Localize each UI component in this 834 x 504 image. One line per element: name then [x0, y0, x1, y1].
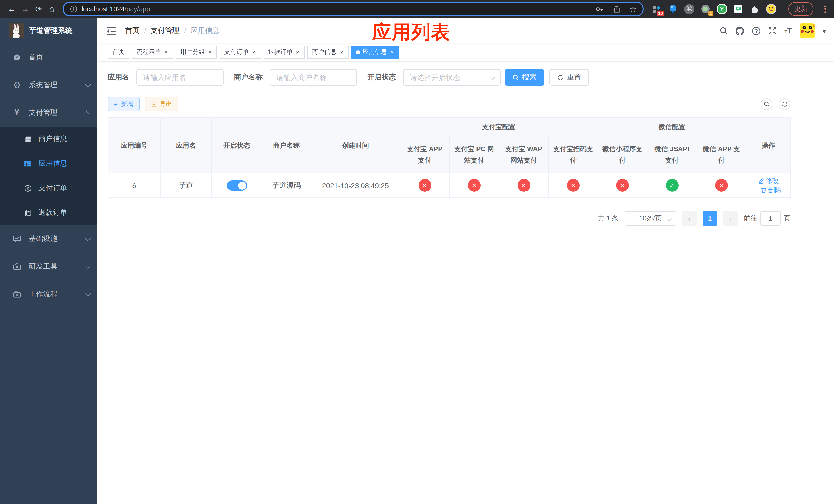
sidebar-item-label: 退款订单 — [39, 208, 67, 217]
search-form: 应用名 商户名称 开启状态 搜索 — [108, 69, 824, 86]
avatar-caret-icon[interactable] — [823, 27, 826, 35]
status-select[interactable] — [403, 69, 501, 86]
close-icon[interactable] — [390, 49, 394, 54]
sidebar-submenu-payment: 商户信息 应用信息 ¥ 支付订单 — [0, 127, 97, 225]
tab-merchant-info[interactable]: 商户信息 — [307, 45, 349, 59]
profile-avatar-icon[interactable] — [766, 4, 776, 14]
screen-root: localhost:1024/pay/app 10 — [0, 0, 834, 504]
cell-merchant: 芋道源码 — [262, 173, 311, 198]
export-button[interactable]: 导出 — [145, 97, 178, 111]
sidebar-item-merchant-info[interactable]: 商户信息 — [0, 127, 97, 151]
extension-vault-icon[interactable]: 10 — [651, 4, 662, 14]
sidebar-item-system[interactable]: 系统管理 — [0, 71, 97, 99]
extension-recorder-icon[interactable]: 1 — [700, 4, 711, 14]
browser-update-button[interactable]: 更新 — [788, 2, 813, 16]
goto-label: 前往 — [744, 214, 757, 223]
sidebar-item-infrastructure[interactable]: 基础设施 — [0, 225, 97, 253]
show-search-button[interactable] — [761, 98, 772, 110]
col-header-app-id: 应用编号 — [108, 118, 160, 173]
close-icon[interactable] — [251, 49, 256, 54]
merchant-name-label: 商户名称 — [234, 73, 263, 82]
tab-pay-order[interactable]: 支付订单 — [220, 45, 261, 59]
sidebar-item-label: 首页 — [29, 53, 43, 62]
top-navbar: 首页 支付管理 应用信息 ? — [97, 18, 834, 44]
col-header-alipay-app: 支付宝 APP 支付 — [400, 136, 449, 173]
help-icon[interactable]: ? — [752, 26, 761, 35]
github-icon[interactable] — [736, 26, 745, 35]
reset-button[interactable]: 重置 — [549, 69, 589, 86]
page-1-button[interactable]: 1 — [703, 211, 717, 226]
sidebar-collapse-icon[interactable] — [106, 25, 117, 37]
extension-chat-icon[interactable] — [733, 4, 744, 14]
close-icon[interactable] — [295, 49, 300, 54]
col-header-merchant: 商户名称 — [262, 118, 311, 173]
password-key-icon[interactable] — [595, 5, 603, 13]
browser-back-icon[interactable] — [5, 4, 19, 14]
font-size-icon[interactable] — [785, 27, 792, 35]
wechat-app-status-icon — [715, 179, 728, 192]
refresh-icon — [782, 101, 788, 107]
wechat-mini-status-icon — [616, 179, 629, 192]
extension-gem-icon[interactable] — [667, 4, 678, 14]
goto-page-input[interactable] — [760, 211, 781, 226]
sidebar-item-dev-tools[interactable]: 研发工具 — [0, 253, 97, 280]
sidebar-menu: 首页 系统管理 支付管理 商户信息 — [0, 44, 97, 308]
close-icon[interactable] — [163, 49, 169, 54]
refresh-table-button[interactable] — [778, 98, 790, 110]
search-button[interactable]: 搜索 — [505, 69, 544, 86]
tab-user-group[interactable]: 用户分组 — [176, 45, 217, 59]
site-info-icon[interactable] — [70, 5, 78, 13]
next-page-button[interactable] — [723, 211, 738, 226]
address-bar[interactable]: localhost:1024/pay/app — [63, 2, 644, 17]
status-select-input[interactable] — [403, 69, 501, 86]
browser-home-icon[interactable] — [45, 4, 59, 14]
user-avatar[interactable] — [799, 23, 815, 39]
tab-app-info[interactable]: 应用信息 — [351, 45, 399, 59]
browser-forward-icon[interactable] — [19, 4, 32, 14]
app-name-input[interactable] — [136, 69, 224, 86]
merchant-name-input[interactable] — [270, 69, 357, 86]
logo-rabbit-image — [9, 23, 24, 39]
browser-menu-icon[interactable] — [824, 5, 826, 13]
dashboard-icon — [12, 53, 22, 62]
browser-toolbar: localhost:1024/pay/app 10 — [0, 0, 834, 18]
share-icon[interactable] — [613, 5, 620, 13]
breadcrumb-home[interactable]: 首页 — [125, 26, 139, 36]
breadcrumb-payment[interactable]: 支付管理 — [151, 26, 179, 36]
search-icon[interactable] — [720, 27, 728, 35]
browser-reload-icon[interactable] — [32, 4, 45, 14]
sidebar-item-refund-order[interactable]: 退款订单 — [0, 201, 97, 225]
tab-refund-order[interactable]: 退款订单 — [263, 45, 305, 59]
edit-button[interactable]: 修改 — [758, 176, 779, 185]
chevron-down-icon — [85, 235, 91, 241]
sidebar-item-home[interactable]: 首页 — [0, 44, 97, 71]
fullscreen-icon[interactable] — [769, 27, 777, 35]
extension-command-icon[interactable] — [684, 4, 695, 14]
app-name-label: 应用名 — [108, 73, 129, 82]
alipay-app-status-icon — [418, 179, 431, 192]
bookmark-star-icon[interactable] — [630, 4, 637, 14]
page-size-select[interactable]: 10条/页 — [625, 211, 676, 226]
trash-icon — [761, 187, 767, 193]
status-toggle[interactable] — [226, 180, 247, 190]
add-button[interactable]: 新增 — [108, 97, 139, 111]
close-icon[interactable] — [339, 49, 344, 54]
sidebar-item-label: 商户信息 — [39, 134, 67, 143]
tab-home[interactable]: 首页 — [108, 45, 129, 59]
extension-y-icon[interactable]: Y — [717, 4, 727, 14]
prev-page-button[interactable] — [682, 211, 697, 226]
sidebar-item-app-info[interactable]: 应用信息 — [0, 151, 97, 176]
tab-process-form[interactable]: 流程表单 — [132, 45, 173, 59]
delete-button[interactable]: 删除 — [761, 185, 782, 194]
sidebar-logo[interactable]: 芋道管理系统 — [0, 18, 97, 44]
col-header-alipay-qr: 支付宝扫码支付 — [549, 136, 598, 173]
navbar-actions: ? — [720, 23, 826, 39]
sidebar-item-workflow[interactable]: 工作流程 — [0, 280, 97, 308]
close-icon[interactable] — [207, 49, 212, 54]
sidebar-item-payment[interactable]: 支付管理 — [0, 99, 97, 127]
active-dot-icon — [356, 50, 360, 54]
sidebar-item-pay-order[interactable]: ¥ 支付订单 — [0, 176, 97, 201]
extensions-puzzle-icon[interactable] — [749, 4, 760, 14]
col-header-status: 开启状态 — [212, 118, 262, 173]
chevron-down-icon — [85, 263, 91, 269]
